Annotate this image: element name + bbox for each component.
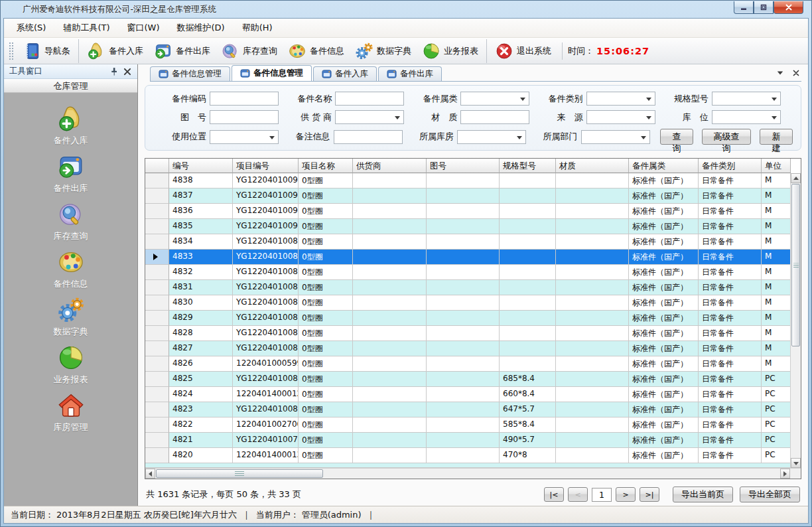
table-cell[interactable]: YG12204010085	[233, 295, 299, 311]
table-row[interactable]: 4823YG122040100800型圈647*5.7标准件（国产）日常备件PC	[145, 402, 801, 417]
table-cell[interactable]: 0型圈	[299, 311, 353, 326]
tab[interactable]: 备件入库	[313, 66, 377, 81]
sidebar-item[interactable]: 库房管理	[31, 392, 111, 433]
table-cell[interactable]	[353, 280, 427, 295]
column-header[interactable]: 备件属类	[629, 159, 699, 173]
table-cell[interactable]	[556, 234, 629, 250]
table-cell[interactable]: M	[762, 311, 791, 326]
table-cell[interactable]	[556, 311, 629, 326]
table-row[interactable]: 482212204010027000型圈585*8.4标准件（国产）日常备件PC	[145, 417, 801, 433]
table-cell[interactable]: YG12204010080	[233, 402, 299, 417]
table-cell[interactable]: 日常备件	[699, 295, 762, 311]
table-cell[interactable]: 1220401002700	[233, 417, 299, 433]
column-header[interactable]: 编号	[169, 159, 233, 173]
advanced-query-button[interactable]: 高级查询	[702, 129, 751, 145]
scroll-up-arrow[interactable]	[791, 173, 801, 183]
toolbar-button[interactable]: 业务报表	[417, 39, 484, 63]
table-cell[interactable]	[556, 402, 629, 417]
table-cell[interactable]: 标准件（国产）	[629, 417, 699, 433]
table-cell[interactable]: YG12204010082	[233, 341, 299, 356]
table-cell[interactable]: 4830	[169, 295, 233, 311]
table-cell[interactable]: 0型圈	[299, 387, 353, 402]
table-cell[interactable]: 4824	[169, 387, 233, 402]
tab[interactable]: 备件出库	[378, 66, 442, 81]
vertical-scrollbar[interactable]	[790, 173, 801, 468]
table-cell[interactable]: 标准件（国产）	[629, 387, 699, 402]
table-cell[interactable]: 4827	[169, 341, 233, 356]
new-button[interactable]: 新建	[760, 129, 793, 145]
field-input[interactable]	[334, 130, 403, 144]
table-cell[interactable]	[500, 311, 556, 326]
toolbar-button[interactable]: 备件入库	[78, 39, 149, 63]
table-cell[interactable]	[556, 188, 629, 204]
table-cell[interactable]	[500, 295, 556, 311]
row-indicator[interactable]	[145, 280, 169, 295]
table-cell[interactable]	[556, 326, 629, 341]
table-cell[interactable]	[500, 219, 556, 234]
table-cell[interactable]: 日常备件	[699, 250, 762, 265]
table-cell[interactable]: 日常备件	[699, 326, 762, 341]
table-cell[interactable]: 470*8	[500, 448, 556, 463]
table-cell[interactable]: 0型圈	[299, 173, 353, 188]
table-cell[interactable]: 日常备件	[699, 219, 762, 234]
table-cell[interactable]: YG12204010079	[233, 433, 299, 448]
table-cell[interactable]: 标准件（国产）	[629, 188, 699, 204]
table-cell[interactable]	[556, 356, 629, 372]
table-cell[interactable]: 4836	[169, 204, 233, 219]
row-indicator[interactable]	[145, 295, 169, 311]
table-cell[interactable]	[556, 219, 629, 234]
table-cell[interactable]	[353, 356, 427, 372]
field-input[interactable]	[210, 130, 279, 144]
table-cell[interactable]: M	[762, 173, 791, 188]
minimize-button[interactable]	[734, 1, 754, 14]
column-header[interactable]: 单位	[762, 159, 791, 173]
table-cell[interactable]	[427, 234, 500, 250]
table-cell[interactable]: YG12204010093	[233, 173, 299, 188]
row-indicator[interactable]	[145, 234, 169, 250]
table-row[interactable]: 4837YG122040100920型圈标准件（国产）日常备件M	[145, 188, 801, 204]
table-cell[interactable]	[556, 265, 629, 280]
row-indicator[interactable]	[145, 417, 169, 433]
table-cell[interactable]: 0型圈	[299, 219, 353, 234]
table-cell[interactable]: 4828	[169, 326, 233, 341]
table-cell[interactable]: M	[762, 219, 791, 234]
table-cell[interactable]: 4822	[169, 417, 233, 433]
table-cell[interactable]: YG12204010083	[233, 326, 299, 341]
chevron-down-icon[interactable]	[776, 69, 785, 78]
table-cell[interactable]	[353, 372, 427, 387]
table-cell[interactable]: 日常备件	[699, 280, 762, 295]
table-row[interactable]: 4833YG122040100880型圈标准件（国产）日常备件M	[145, 250, 801, 265]
scroll-left-arrow[interactable]	[145, 469, 155, 479]
table-row[interactable]: 482612204010005990型圈标准件（国产）日常备件M	[145, 356, 801, 372]
table-cell[interactable]: 日常备件	[699, 173, 762, 188]
table-cell[interactable]: M	[762, 280, 791, 295]
row-indicator[interactable]	[145, 204, 169, 219]
close-button[interactable]	[774, 1, 803, 14]
table-cell[interactable]	[556, 372, 629, 387]
horizontal-scroll-track[interactable]	[324, 469, 780, 479]
table-cell[interactable]	[427, 204, 500, 219]
menu-item[interactable]: 数据维护(D)	[169, 19, 234, 37]
table-cell[interactable]: 标准件（国产）	[629, 356, 699, 372]
table-cell[interactable]: YG12204010091	[233, 204, 299, 219]
table-cell[interactable]: 4829	[169, 311, 233, 326]
table-row[interactable]: 482412204014000120型圈660*8.4标准件（国产）日常备件PC	[145, 387, 801, 402]
table-cell[interactable]: 4832	[169, 265, 233, 280]
table-cell[interactable]: 标准件（国产）	[629, 173, 699, 188]
table-cell[interactable]: 0型圈	[299, 295, 353, 311]
table-cell[interactable]: 0型圈	[299, 433, 353, 448]
table-cell[interactable]: 1220401400013	[233, 448, 299, 463]
table-cell[interactable]	[353, 417, 427, 433]
table-cell[interactable]: PC	[762, 433, 791, 448]
toolbar-grip[interactable]	[9, 42, 15, 60]
table-row[interactable]: 4821YG122040100790型圈490*5.7标准件（国产）日常备件PC	[145, 433, 801, 448]
prev-page-button[interactable]: <	[568, 487, 588, 502]
table-cell[interactable]	[556, 173, 629, 188]
table-cell[interactable]	[500, 326, 556, 341]
table-cell[interactable]: M	[762, 234, 791, 250]
table-cell[interactable]: 标准件（国产）	[629, 341, 699, 356]
scroll-down-arrow[interactable]	[791, 458, 801, 468]
sidebar-item[interactable]: 备件信息	[31, 248, 111, 290]
sidebar-item[interactable]: 备件入库	[31, 105, 111, 147]
table-cell[interactable]	[427, 387, 500, 402]
